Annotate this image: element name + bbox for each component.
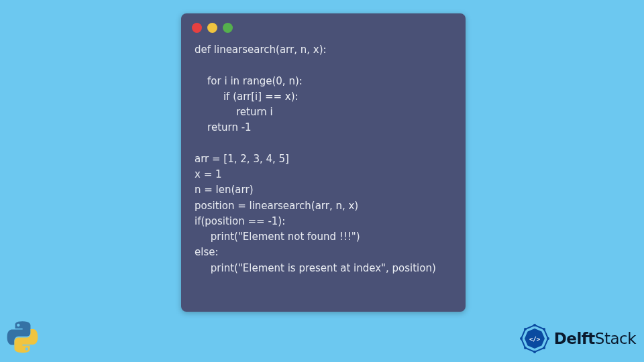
code-content: def linearsearch(arr, n, x): for i in ra… <box>181 38 466 286</box>
svg-point-6 <box>543 347 545 349</box>
svg-point-10 <box>524 328 527 330</box>
python-logo-icon <box>3 319 43 359</box>
brand-name: DelftStack <box>554 330 636 347</box>
svg-text:</>: </> <box>529 336 541 343</box>
code-window: def linearsearch(arr, n, x): for i in ra… <box>181 13 466 312</box>
svg-point-5 <box>547 337 549 340</box>
svg-point-3 <box>533 324 536 326</box>
svg-point-4 <box>543 328 545 330</box>
delftstack-icon: </> <box>518 322 551 355</box>
delftstack-brand: </> DelftStack <box>518 322 636 355</box>
svg-point-8 <box>524 347 527 349</box>
close-icon <box>192 23 202 33</box>
svg-point-7 <box>533 351 536 353</box>
maximize-icon <box>223 23 233 33</box>
svg-point-9 <box>520 337 523 340</box>
window-traffic-lights <box>181 13 466 38</box>
minimize-icon <box>207 23 217 33</box>
